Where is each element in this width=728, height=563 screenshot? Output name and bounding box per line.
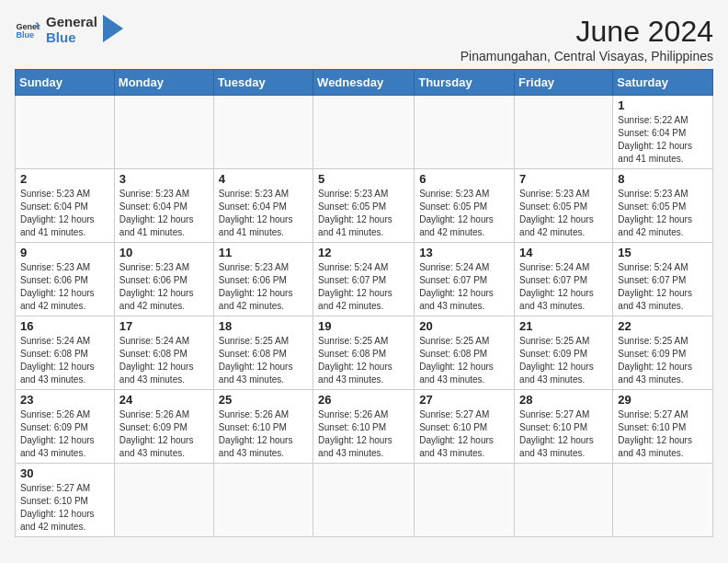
calendar-cell	[613, 464, 713, 537]
day-number: 29	[618, 393, 708, 407]
title-area: June 2024 Pinamungahan, Central Visayas,…	[461, 15, 713, 63]
day-number: 26	[318, 393, 409, 407]
calendar-cell: 20Sunrise: 5:25 AM Sunset: 6:08 PM Dayli…	[415, 316, 515, 390]
day-number: 9	[20, 246, 109, 259]
calendar-cell: 19Sunrise: 5:25 AM Sunset: 6:08 PM Dayli…	[313, 316, 415, 390]
day-info: Sunrise: 5:27 AM Sunset: 6:10 PM Dayligh…	[618, 408, 708, 460]
calendar-week-row: 23Sunrise: 5:26 AM Sunset: 6:09 PM Dayli…	[16, 390, 713, 464]
calendar-cell: 11Sunrise: 5:23 AM Sunset: 6:06 PM Dayli…	[213, 243, 313, 316]
day-info: Sunrise: 5:24 AM Sunset: 6:08 PM Dayligh…	[20, 335, 109, 386]
svg-marker-4	[103, 15, 123, 42]
day-info: Sunrise: 5:23 AM Sunset: 6:06 PM Dayligh…	[119, 261, 209, 313]
day-number: 14	[519, 246, 608, 259]
calendar-cell: 17Sunrise: 5:24 AM Sunset: 6:08 PM Dayli…	[114, 316, 213, 390]
day-number: 18	[219, 319, 308, 333]
calendar-cell: 16Sunrise: 5:24 AM Sunset: 6:08 PM Dayli…	[16, 316, 115, 390]
day-number: 19	[318, 319, 409, 333]
calendar-cell: 12Sunrise: 5:24 AM Sunset: 6:07 PM Dayli…	[313, 243, 415, 316]
day-info: Sunrise: 5:23 AM Sunset: 6:05 PM Dayligh…	[519, 188, 608, 239]
calendar-cell	[515, 464, 613, 537]
calendar-week-row: 2Sunrise: 5:23 AM Sunset: 6:04 PM Daylig…	[16, 169, 713, 243]
calendar-cell: 9Sunrise: 5:23 AM Sunset: 6:06 PM Daylig…	[16, 243, 115, 316]
calendar-cell: 7Sunrise: 5:23 AM Sunset: 6:05 PM Daylig…	[515, 169, 613, 243]
logo-icon: General Blue	[15, 17, 40, 43]
header: General Blue General Blue June 2024 Pina…	[15, 15, 713, 63]
day-number: 11	[219, 246, 308, 259]
calendar-cell	[213, 96, 313, 169]
day-info: Sunrise: 5:24 AM Sunset: 6:07 PM Dayligh…	[618, 261, 708, 313]
calendar-week-row: 16Sunrise: 5:24 AM Sunset: 6:08 PM Dayli…	[16, 316, 713, 390]
day-info: Sunrise: 5:24 AM Sunset: 6:07 PM Dayligh…	[419, 261, 509, 313]
day-info: Sunrise: 5:25 AM Sunset: 6:09 PM Dayligh…	[618, 335, 708, 386]
col-header-friday: Friday	[515, 70, 613, 96]
day-info: Sunrise: 5:23 AM Sunset: 6:06 PM Dayligh…	[219, 261, 308, 313]
calendar-cell: 23Sunrise: 5:26 AM Sunset: 6:09 PM Dayli…	[16, 390, 115, 464]
calendar-cell: 13Sunrise: 5:24 AM Sunset: 6:07 PM Dayli…	[415, 243, 515, 316]
calendar-cell: 4Sunrise: 5:23 AM Sunset: 6:04 PM Daylig…	[213, 169, 313, 243]
svg-text:Blue: Blue	[16, 30, 34, 40]
day-number: 8	[618, 172, 708, 186]
day-info: Sunrise: 5:23 AM Sunset: 6:04 PM Dayligh…	[119, 188, 209, 239]
logo-general: General	[46, 15, 97, 30]
location-subtitle: Pinamungahan, Central Visayas, Philippin…	[461, 49, 713, 63]
calendar-cell: 6Sunrise: 5:23 AM Sunset: 6:05 PM Daylig…	[415, 169, 515, 243]
day-info: Sunrise: 5:26 AM Sunset: 6:09 PM Dayligh…	[20, 408, 109, 460]
day-info: Sunrise: 5:23 AM Sunset: 6:06 PM Dayligh…	[20, 261, 109, 313]
day-number: 23	[20, 393, 109, 407]
calendar-cell: 5Sunrise: 5:23 AM Sunset: 6:05 PM Daylig…	[313, 169, 415, 243]
day-info: Sunrise: 5:26 AM Sunset: 6:09 PM Dayligh…	[119, 408, 209, 460]
day-number: 10	[119, 246, 209, 259]
calendar-cell	[313, 96, 415, 169]
calendar-cell: 18Sunrise: 5:25 AM Sunset: 6:08 PM Dayli…	[213, 316, 313, 390]
day-number: 21	[519, 319, 608, 333]
day-number: 27	[419, 393, 509, 407]
day-info: Sunrise: 5:23 AM Sunset: 6:05 PM Dayligh…	[318, 188, 409, 239]
day-info: Sunrise: 5:23 AM Sunset: 6:05 PM Dayligh…	[618, 188, 708, 239]
calendar-cell	[16, 96, 115, 169]
day-info: Sunrise: 5:27 AM Sunset: 6:10 PM Dayligh…	[419, 408, 509, 460]
calendar-cell: 14Sunrise: 5:24 AM Sunset: 6:07 PM Dayli…	[515, 243, 613, 316]
logo: General Blue General Blue	[15, 15, 123, 45]
calendar-cell	[415, 96, 515, 169]
day-number: 1	[618, 98, 708, 112]
calendar-cell: 27Sunrise: 5:27 AM Sunset: 6:10 PM Dayli…	[415, 390, 515, 464]
logo-blue: Blue	[46, 30, 97, 46]
calendar-cell	[114, 96, 213, 169]
day-info: Sunrise: 5:24 AM Sunset: 6:07 PM Dayligh…	[318, 261, 409, 313]
day-info: Sunrise: 5:25 AM Sunset: 6:08 PM Dayligh…	[219, 335, 308, 386]
day-number: 13	[419, 246, 509, 259]
calendar-cell: 22Sunrise: 5:25 AM Sunset: 6:09 PM Dayli…	[613, 316, 713, 390]
calendar-cell: 29Sunrise: 5:27 AM Sunset: 6:10 PM Dayli…	[613, 390, 713, 464]
day-info: Sunrise: 5:27 AM Sunset: 6:10 PM Dayligh…	[20, 482, 109, 534]
day-number: 25	[219, 393, 308, 407]
calendar-cell: 3Sunrise: 5:23 AM Sunset: 6:04 PM Daylig…	[114, 169, 213, 243]
col-header-wednesday: Wednesday	[313, 70, 415, 96]
calendar-cell: 25Sunrise: 5:26 AM Sunset: 6:10 PM Dayli…	[213, 390, 313, 464]
calendar-cell: 28Sunrise: 5:27 AM Sunset: 6:10 PM Dayli…	[515, 390, 613, 464]
calendar-week-row: 1Sunrise: 5:22 AM Sunset: 6:04 PM Daylig…	[16, 96, 713, 169]
calendar-week-row: 9Sunrise: 5:23 AM Sunset: 6:06 PM Daylig…	[16, 243, 713, 316]
calendar-cell: 8Sunrise: 5:23 AM Sunset: 6:05 PM Daylig…	[613, 169, 713, 243]
day-number: 30	[20, 466, 109, 480]
calendar-cell: 15Sunrise: 5:24 AM Sunset: 6:07 PM Dayli…	[613, 243, 713, 316]
day-number: 16	[20, 319, 109, 333]
day-number: 22	[618, 319, 708, 333]
calendar-cell: 1Sunrise: 5:22 AM Sunset: 6:04 PM Daylig…	[613, 96, 713, 169]
day-info: Sunrise: 5:25 AM Sunset: 6:09 PM Dayligh…	[519, 335, 608, 386]
day-info: Sunrise: 5:27 AM Sunset: 6:10 PM Dayligh…	[519, 408, 608, 460]
day-info: Sunrise: 5:24 AM Sunset: 6:07 PM Dayligh…	[519, 261, 608, 313]
day-number: 4	[219, 172, 308, 186]
col-header-saturday: Saturday	[613, 70, 713, 96]
day-number: 7	[519, 172, 608, 186]
calendar-cell: 30Sunrise: 5:27 AM Sunset: 6:10 PM Dayli…	[16, 464, 115, 537]
day-info: Sunrise: 5:23 AM Sunset: 6:04 PM Dayligh…	[20, 188, 109, 239]
calendar-cell: 24Sunrise: 5:26 AM Sunset: 6:09 PM Dayli…	[114, 390, 213, 464]
calendar-cell	[415, 464, 515, 537]
day-number: 17	[119, 319, 209, 333]
day-info: Sunrise: 5:22 AM Sunset: 6:04 PM Dayligh…	[618, 114, 708, 166]
calendar-table: SundayMondayTuesdayWednesdayThursdayFrid…	[15, 69, 713, 537]
calendar-cell: 10Sunrise: 5:23 AM Sunset: 6:06 PM Dayli…	[114, 243, 213, 316]
col-header-sunday: Sunday	[16, 70, 115, 96]
day-number: 15	[618, 246, 708, 259]
day-number: 28	[519, 393, 608, 407]
